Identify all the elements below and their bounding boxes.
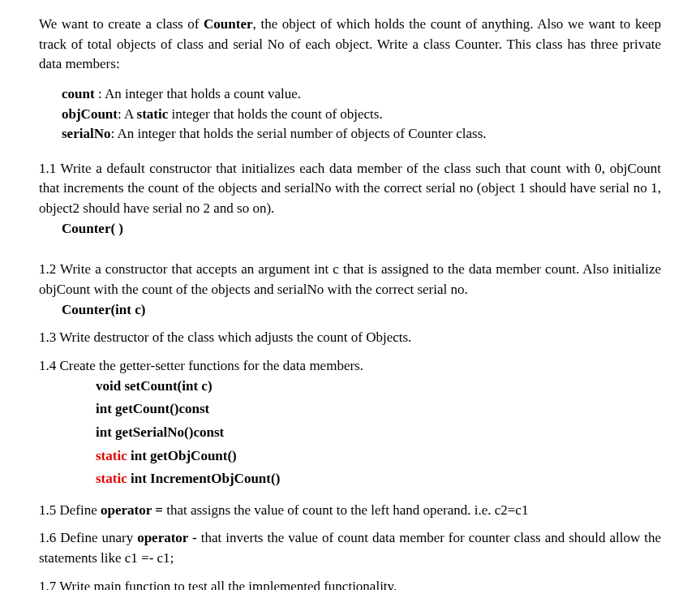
member-name: count bbox=[62, 86, 95, 101]
func-getcount: int getCount()const bbox=[39, 399, 661, 420]
question-1-1: 1.1 Write a default constructor that ini… bbox=[39, 159, 661, 239]
member-desc: : An integer that holds the serial numbe… bbox=[110, 126, 486, 141]
item-number: 1.7 bbox=[39, 579, 59, 590]
member-serialno: serialNo: An integer that holds the seri… bbox=[62, 124, 661, 144]
func-rest: int getObjCount() bbox=[127, 448, 237, 463]
item-number: 1.6 bbox=[39, 530, 60, 545]
intro-paragraph: We want to create a class of Counter, th… bbox=[39, 15, 661, 75]
item-text: Write a constructor that accepts an argu… bbox=[39, 261, 661, 297]
question-1-7: 1.7 Write main function to test all the … bbox=[39, 577, 661, 590]
item-number: 1.3 bbox=[39, 329, 59, 345]
question-1-4: 1.4 Create the getter-setter functions f… bbox=[39, 356, 661, 489]
func-setcount: void setCount(int c) bbox=[39, 377, 661, 397]
intro-class-name: Counter bbox=[204, 16, 252, 32]
item-text: Write a default constructor that initial… bbox=[39, 161, 661, 216]
item-text: Write destructor of the class which adju… bbox=[59, 329, 411, 345]
operator-name: operator - bbox=[137, 530, 197, 545]
member-objcount: objCount: A static integer that holds th… bbox=[62, 105, 661, 125]
item-number: 1.4 bbox=[39, 358, 60, 373]
item-pre: Define bbox=[60, 502, 101, 518]
member-name: objCount bbox=[62, 106, 118, 122]
member-static: static bbox=[137, 106, 169, 122]
func-rest: int IncrementObjCount() bbox=[127, 471, 281, 486]
item-text: Write main function to test all the impl… bbox=[59, 579, 397, 590]
item-text: Create the getter-setter functions for t… bbox=[60, 358, 363, 373]
member-desc-a: : A bbox=[118, 106, 137, 122]
member-count: count : An integer that holds a count va… bbox=[62, 84, 661, 105]
static-keyword: static bbox=[96, 471, 127, 486]
question-1-2: 1.2 Write a constructor that accepts an … bbox=[39, 260, 661, 320]
question-1-6: 1.6 Define unary operator - that inverts… bbox=[39, 528, 661, 568]
item-number: 1.2 bbox=[39, 261, 60, 277]
item-pre: Define unary bbox=[60, 530, 137, 545]
item-post: that assigns the value of count to the l… bbox=[163, 502, 529, 518]
intro-text-a: We want to create a class of bbox=[39, 16, 204, 32]
func-getobjcount: static int getObjCount() bbox=[39, 446, 661, 467]
members-list: count : An integer that holds a count va… bbox=[39, 84, 661, 144]
member-name: serialNo bbox=[62, 126, 110, 141]
func-incrementobjcount: static int IncrementObjCount() bbox=[39, 469, 661, 489]
item-number: 1.5 bbox=[39, 502, 60, 518]
item-number: 1.1 bbox=[39, 161, 61, 176]
static-keyword: static bbox=[96, 448, 127, 463]
question-1-5: 1.5 Define operator = that assigns the v… bbox=[39, 501, 661, 521]
member-desc: : An integer that holds a count value. bbox=[95, 86, 301, 101]
member-desc-b: integer that holds the count of objects. bbox=[168, 106, 382, 122]
signature: Counter(int c) bbox=[62, 302, 145, 317]
func-getserialno: int getSerialNo()const bbox=[39, 423, 661, 443]
operator-name: operator = bbox=[101, 502, 163, 518]
question-1-3: 1.3 Write destructor of the class which … bbox=[39, 328, 661, 348]
signature: Counter( ) bbox=[62, 221, 123, 236]
